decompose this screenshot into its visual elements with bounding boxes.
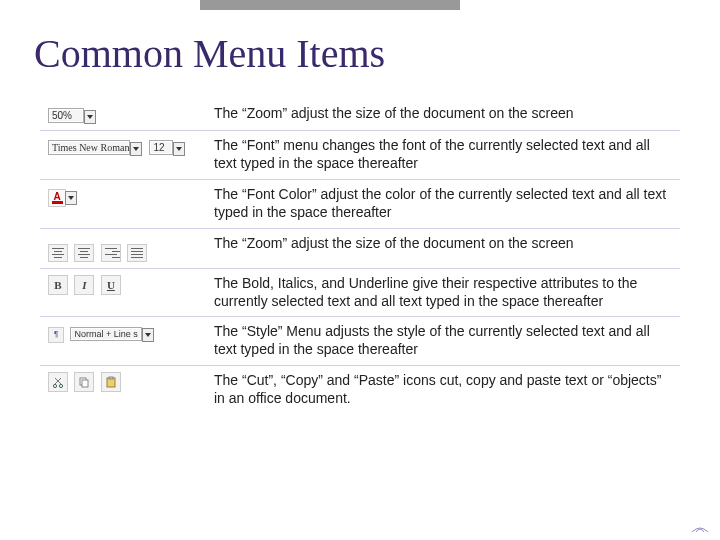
- svg-rect-10: [82, 380, 88, 387]
- svg-point-7: [53, 385, 56, 388]
- table-row: A The “Font Color” adjust the color of t…: [40, 179, 680, 228]
- paste-icon[interactable]: [101, 372, 121, 392]
- table-row: ¶ Normal + Line s The “Style” Menu adjus…: [40, 317, 680, 366]
- row-description: The “Style” Menu adjusts the style of th…: [206, 317, 680, 366]
- table-row: 50% The “Zoom” adjust the size of the do…: [40, 99, 680, 131]
- style-value[interactable]: Normal + Line s: [70, 327, 142, 341]
- svg-rect-12: [109, 377, 113, 379]
- svg-marker-4: [145, 333, 151, 337]
- svg-marker-0: [87, 115, 93, 119]
- cut-icon[interactable]: [48, 372, 68, 392]
- align-justify-icon[interactable]: [127, 244, 147, 262]
- font-name-select[interactable]: Times New Roman: [48, 140, 130, 155]
- font-size-select[interactable]: 12: [149, 140, 173, 155]
- svg-marker-1: [133, 147, 139, 151]
- table-row: Times New Roman 12 The “Font” menu chang…: [40, 131, 680, 180]
- row-description: The “Zoom” adjust the size of the docume…: [206, 228, 680, 268]
- biubuttons: B I U: [48, 275, 123, 292]
- table-row: The “Cut”, “Copy” and “Paste” icons cut,…: [40, 366, 680, 414]
- table-row: The “Zoom” adjust the size of the docume…: [40, 228, 680, 268]
- corner-flourish-icon: [692, 516, 708, 532]
- placeholder-bar: [200, 0, 460, 10]
- svg-marker-2: [176, 147, 182, 151]
- font-color-icon: A: [48, 189, 66, 207]
- bold-button[interactable]: B: [48, 275, 68, 295]
- chevron-down-icon[interactable]: [84, 110, 96, 124]
- row-description: The “Zoom” adjust the size of the docume…: [206, 99, 680, 131]
- row-description: The “Font Color” adjust the color of the…: [206, 179, 680, 228]
- font-controls[interactable]: Times New Roman 12: [48, 137, 185, 154]
- svg-point-8: [59, 385, 62, 388]
- chevron-down-icon[interactable]: [173, 142, 185, 156]
- align-right-icon[interactable]: [101, 244, 121, 262]
- align-center-icon[interactable]: [74, 244, 94, 262]
- italic-button[interactable]: I: [74, 275, 94, 295]
- style-select[interactable]: ¶ Normal + Line s: [48, 323, 154, 340]
- font-color-button[interactable]: A: [48, 186, 77, 203]
- zoom-value[interactable]: 50%: [48, 108, 84, 123]
- slide-title: Common Menu Items: [34, 30, 720, 77]
- chevron-down-icon[interactable]: [130, 142, 142, 156]
- row-description: The “Cut”, “Copy” and “Paste” icons cut,…: [206, 366, 680, 414]
- clipboard-buttons: [48, 374, 123, 391]
- alignment-buttons: [48, 235, 149, 252]
- row-description: The Bold, Italics, and Underline give th…: [206, 268, 680, 317]
- items-table: 50% The “Zoom” adjust the size of the do…: [40, 99, 680, 414]
- chevron-down-icon[interactable]: [65, 191, 77, 205]
- style-icon: ¶: [48, 327, 64, 343]
- align-left-icon[interactable]: [48, 244, 68, 262]
- row-description: The “Font” menu changes the font of the …: [206, 131, 680, 180]
- svg-marker-3: [68, 196, 74, 200]
- underline-button[interactable]: U: [101, 275, 121, 295]
- copy-icon[interactable]: [74, 372, 94, 392]
- table-row: B I U The Bold, Italics, and Underline g…: [40, 268, 680, 317]
- chevron-down-icon[interactable]: [142, 328, 154, 342]
- zoom-control[interactable]: 50%: [48, 105, 96, 122]
